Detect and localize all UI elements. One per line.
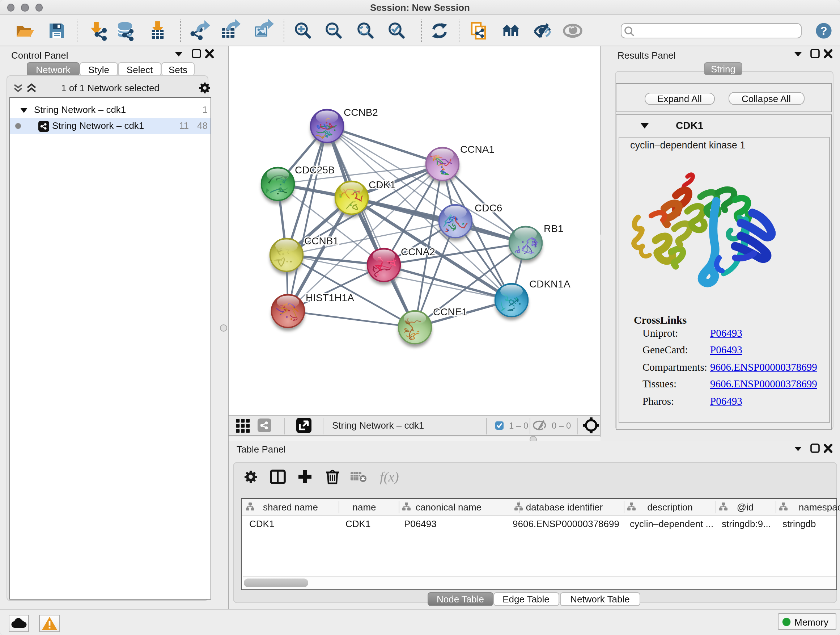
svg-text:CDC25B: CDC25B <box>295 165 335 176</box>
svg-text:CDKN1A: CDKN1A <box>529 279 570 290</box>
svg-text:CCNA1: CCNA1 <box>460 144 494 155</box>
svg-text:RB1: RB1 <box>544 223 563 234</box>
svg-text:CCNA2: CCNA2 <box>401 246 435 257</box>
svg-text:?: ? <box>820 24 827 37</box>
svg-text:f(x): f(x) <box>380 469 399 485</box>
svg-text:HIST1H1A: HIST1H1A <box>306 292 354 303</box>
svg-text:CDK1: CDK1 <box>369 179 396 190</box>
svg-text:CCNB1: CCNB1 <box>304 235 339 247</box>
svg-text:CDC6: CDC6 <box>475 203 502 214</box>
svg-text:CCNB2: CCNB2 <box>344 107 378 118</box>
svg-text:CCNE1: CCNE1 <box>433 306 467 318</box>
